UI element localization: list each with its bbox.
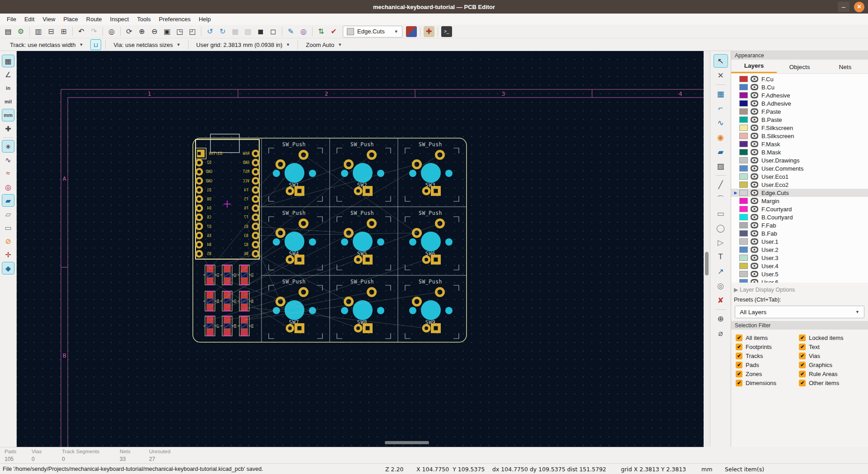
checkbox-checked-icon[interactable]: ✔	[799, 353, 806, 359]
footprint-browser-button[interactable]: ◎	[298, 26, 309, 37]
menu-edit[interactable]: Edit	[20, 14, 38, 25]
visibility-eye-icon[interactable]	[751, 238, 758, 245]
layer-color-swatch[interactable]	[739, 84, 748, 90]
layer-color-swatch[interactable]	[739, 157, 748, 163]
menu-preferences[interactable]: Preferences	[155, 14, 195, 25]
checkbox-checked-icon[interactable]: ✔	[736, 335, 742, 341]
sketch-graphics-button[interactable]: ✛	[2, 249, 14, 260]
zoom-dropdown[interactable]: Zoom Auto▼	[300, 42, 347, 48]
layers-manager-button[interactable]: ◆	[2, 262, 14, 274]
measure-button[interactable]: ⌀	[714, 327, 728, 339]
rotate-ccw-button[interactable]: ↺	[205, 26, 215, 37]
checkbox-checked-icon[interactable]: ✔	[736, 362, 742, 368]
switch-footprint-sw7[interactable]: SW_PushSW7	[269, 279, 322, 339]
sketch-tracks-button[interactable]: ≈	[2, 167, 14, 179]
filter-pads[interactable]: ✔Pads	[736, 362, 799, 368]
layer-row-b-cu[interactable]: B.Cu	[731, 83, 868, 91]
layer-color-swatch[interactable]	[739, 190, 748, 196]
sketch-vias-button[interactable]: ◎	[2, 181, 14, 193]
close-button[interactable]: ✕	[854, 2, 864, 12]
title-bar[interactable]: mechanical-keyboard-tutorial — PCB Edito…	[0, 0, 868, 14]
layer-row-user-1[interactable]: User.1	[731, 237, 868, 246]
ungroup-button[interactable]: ▧	[243, 26, 253, 37]
visibility-eye-icon[interactable]	[751, 84, 758, 90]
show-ratsnest-button[interactable]: ∗	[2, 140, 14, 152]
unlock-button[interactable]: ◻	[268, 26, 279, 37]
layer-color-swatch[interactable]	[739, 165, 748, 172]
visibility-eye-icon[interactable]	[751, 125, 758, 131]
layer-row-user-comments[interactable]: User.Comments	[731, 164, 868, 172]
layer-color-swatch[interactable]	[739, 125, 748, 131]
add-circle-button[interactable]: ◯	[714, 222, 728, 234]
layer-row-b-mask[interactable]: B.Mask	[731, 148, 868, 156]
sheet-frame[interactable]: 1234AB	[61, 89, 704, 447]
page-settings-button[interactable]: ▥	[33, 26, 44, 37]
menu-file[interactable]: File	[3, 14, 20, 25]
add-rectangle-button[interactable]: ▭	[714, 207, 728, 220]
layer-color-swatch[interactable]	[739, 279, 748, 283]
checkbox-checked-icon[interactable]: ✔	[736, 371, 742, 377]
visibility-eye-icon[interactable]	[751, 173, 758, 180]
layer-row-user-3[interactable]: User.3	[731, 254, 868, 262]
layer-row-f-paste[interactable]: F.Paste	[731, 107, 868, 116]
visibility-eye-icon[interactable]	[751, 271, 758, 277]
layer-row-user-eco2[interactable]: User.Eco2	[731, 181, 868, 189]
menu-inspect[interactable]: Inspect	[106, 14, 133, 25]
units-mils-button[interactable]: mil	[2, 96, 14, 107]
diode-footprint-d7[interactable]: D7	[203, 316, 220, 336]
highlight-ratsnest-button[interactable]: ✕	[714, 69, 728, 82]
zoom-fit-objects-button[interactable]: ◳	[174, 26, 185, 37]
footprint-editor-button[interactable]: ✎	[285, 26, 296, 37]
add-zone-button[interactable]: ▰	[714, 145, 728, 158]
plot-button[interactable]: ⊞	[58, 26, 69, 37]
checkbox-checked-icon[interactable]: ✔	[736, 353, 742, 359]
visibility-eye-icon[interactable]	[751, 141, 758, 147]
diode-footprint-d1[interactable]: D1	[203, 265, 220, 285]
layer-color-swatch[interactable]	[739, 173, 748, 180]
filter-locked-items[interactable]: ✔Locked items	[799, 335, 862, 341]
layer-row-user-eco1[interactable]: User.Eco1	[731, 172, 868, 181]
layer-color-swatch[interactable]	[739, 246, 748, 253]
switch-footprint-sw3[interactable]: SW_PushSW3	[405, 141, 459, 201]
switch-footprint-sw9[interactable]: SW_PushSW9	[405, 279, 459, 339]
group-button[interactable]: ▦	[230, 26, 241, 37]
visibility-eye-icon[interactable]	[751, 198, 758, 204]
presets-dropdown[interactable]: All Layers ▼	[735, 306, 864, 318]
layer-color-swatch[interactable]	[739, 116, 748, 123]
diode-footprint-d5[interactable]: D5	[220, 291, 237, 311]
find-button[interactable]: ◎	[106, 26, 117, 37]
layer-row-b-paste[interactable]: B.Paste	[731, 116, 868, 124]
via-size-dropdown[interactable]: Via: use netclass sizes▼	[108, 42, 186, 48]
save-button[interactable]: ▤	[3, 26, 14, 37]
layer-color-swatch[interactable]	[739, 133, 748, 139]
checkbox-checked-icon[interactable]: ✔	[736, 380, 742, 386]
add-text-button[interactable]: T	[714, 251, 728, 263]
layer-row-user-5[interactable]: User.5	[731, 270, 868, 278]
layer-row-f-silkscreen[interactable]: F.Silkscreen	[731, 124, 868, 132]
layer-display-options[interactable]: ▶ Layer Display Options	[731, 283, 868, 295]
visibility-eye-icon[interactable]	[751, 181, 758, 188]
filter-other-items[interactable]: ✔Other items	[799, 380, 862, 386]
layer-row-f-mask[interactable]: F.Mask	[731, 140, 868, 148]
filter-graphics[interactable]: ✔Graphics	[799, 362, 862, 368]
layer-color-swatch[interactable]	[739, 255, 748, 261]
undo-button[interactable]: ↶	[76, 26, 87, 37]
drill-origin-button[interactable]: ⊕	[714, 312, 728, 325]
menu-place[interactable]: Place	[59, 14, 82, 25]
add-rule-area-button[interactable]: ▨	[714, 160, 728, 172]
add-footprint-button[interactable]: ▦	[714, 88, 728, 100]
filter-dimensions[interactable]: ✔Dimensions	[736, 380, 799, 386]
filter-tracks[interactable]: ✔Tracks	[736, 353, 799, 359]
checkbox-checked-icon[interactable]: ✔	[799, 362, 806, 368]
add-arc-button[interactable]: ⌒	[714, 193, 728, 205]
visibility-eye-icon[interactable]	[751, 116, 758, 123]
drawing-rectangle[interactable]	[210, 134, 239, 153]
visibility-eye-icon[interactable]	[751, 149, 758, 155]
sketch-pads-button[interactable]: ⊘	[2, 235, 14, 247]
add-line-button[interactable]: ╱	[714, 178, 728, 191]
filter-text[interactable]: ✔Text	[799, 344, 862, 350]
drc-button[interactable]: ✔	[328, 26, 339, 37]
sketch-footprints-button[interactable]: ▭	[2, 222, 14, 233]
visibility-eye-icon[interactable]	[751, 133, 758, 139]
visibility-eye-icon[interactable]	[751, 76, 758, 82]
